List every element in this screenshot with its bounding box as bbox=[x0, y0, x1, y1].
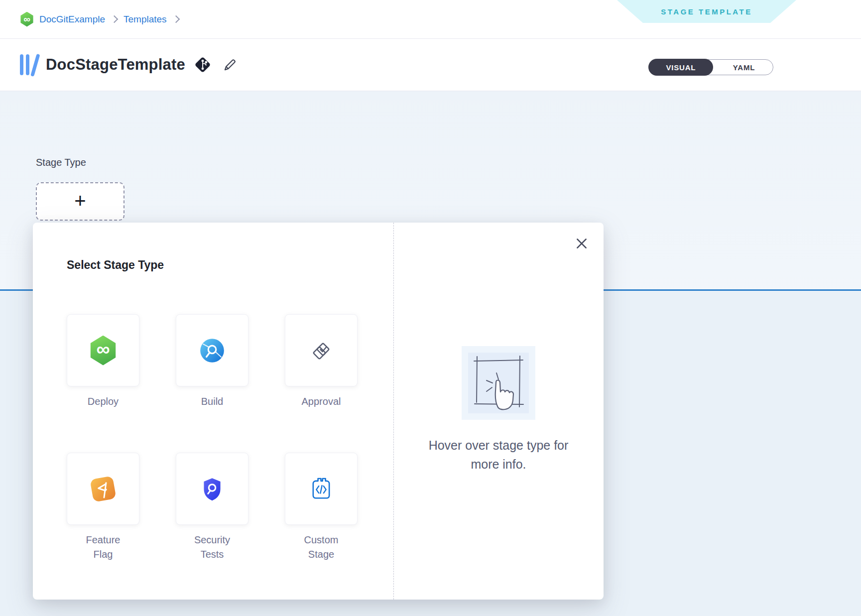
stage-template-page: ∞ DocGitExample Templates STAGE TEMPLATE… bbox=[0, 0, 861, 616]
stage-template-badge-label: STAGE TEMPLATE bbox=[661, 7, 752, 16]
feature-flag-tile[interactable] bbox=[67, 453, 139, 525]
stage-type-label-feature-flag: Feature Flag bbox=[75, 533, 131, 562]
custom-stage-tile[interactable] bbox=[285, 453, 358, 525]
stage-type-label-deploy: Deploy bbox=[88, 394, 119, 409]
select-stage-type-modal: Select Stage Type ∞ Deploy bbox=[33, 223, 604, 600]
approval-diamonds-icon bbox=[307, 336, 336, 365]
pipeline-canvas: Stage Type + Select Stage Type ∞ Deploy bbox=[0, 91, 861, 616]
approval-tile[interactable] bbox=[285, 314, 358, 386]
visual-yaml-toggle[interactable]: VISUAL YAML bbox=[649, 59, 773, 75]
template-library-icon bbox=[20, 53, 39, 77]
stage-type-custom-stage[interactable]: Custom Stage bbox=[285, 453, 358, 562]
toggle-visual[interactable]: VISUAL bbox=[648, 59, 713, 75]
add-stage-button[interactable]: + bbox=[36, 182, 124, 221]
custom-stage-icon bbox=[307, 475, 335, 503]
security-tests-tile[interactable] bbox=[176, 453, 248, 525]
hover-hint-text: Hover over stage type for more info. bbox=[413, 436, 584, 474]
plus-icon: + bbox=[74, 191, 86, 211]
stage-type-feature-flag[interactable]: Feature Flag bbox=[67, 453, 139, 562]
click-hand-sketch-icon bbox=[468, 353, 529, 413]
stage-info-pane: Hover over stage type for more info. bbox=[393, 223, 604, 600]
title-bar: DocStageTemplate VISUAL YAML bbox=[0, 39, 861, 91]
deploy-tile[interactable]: ∞ bbox=[67, 314, 139, 386]
git-diamond-icon[interactable] bbox=[192, 54, 213, 75]
modal-title: Select Stage Type bbox=[67, 258, 164, 272]
hover-illustration bbox=[462, 346, 535, 420]
feature-flag-icon bbox=[90, 476, 116, 502]
toggle-yaml[interactable]: YAML bbox=[715, 60, 773, 75]
stage-type-row: ∞ Deploy bbox=[67, 314, 358, 409]
security-shield-icon bbox=[198, 475, 227, 503]
stage-type-label-security-tests: Security Tests bbox=[184, 533, 240, 562]
stage-type-row: Feature Flag bbox=[67, 453, 358, 562]
breadcrumb-templates-link[interactable]: Templates bbox=[123, 14, 167, 25]
breadcrumb-project-link[interactable]: DocGitExample bbox=[39, 14, 105, 25]
page-title: DocStageTemplate bbox=[46, 56, 185, 74]
cd-hexagon-icon: ∞ bbox=[89, 336, 117, 366]
chevron-right-icon bbox=[111, 15, 119, 23]
stage-type-approval[interactable]: Approval bbox=[285, 314, 358, 409]
ci-sphere-icon bbox=[198, 336, 227, 365]
breadcrumb: ∞ DocGitExample Templates bbox=[20, 0, 180, 38]
stage-type-deploy[interactable]: ∞ Deploy bbox=[67, 314, 139, 409]
stage-template-badge: STAGE TEMPLATE bbox=[617, 0, 796, 23]
stage-type-build[interactable]: Build bbox=[176, 314, 248, 409]
stage-type-label-approval: Approval bbox=[302, 394, 341, 409]
stage-type-security-tests[interactable]: Security Tests bbox=[176, 453, 248, 562]
stage-type-label: Stage Type bbox=[36, 157, 86, 168]
stage-type-label-build: Build bbox=[201, 394, 223, 409]
title-group: DocStageTemplate bbox=[20, 39, 238, 91]
project-hexagon-icon: ∞ bbox=[20, 12, 34, 27]
breadcrumb-bar: ∞ DocGitExample Templates STAGE TEMPLATE bbox=[0, 0, 861, 39]
chevron-right-icon bbox=[172, 15, 180, 23]
stage-type-label-custom-stage: Custom Stage bbox=[293, 533, 349, 562]
edit-pencil-icon[interactable] bbox=[222, 57, 238, 73]
build-tile[interactable] bbox=[176, 314, 248, 386]
